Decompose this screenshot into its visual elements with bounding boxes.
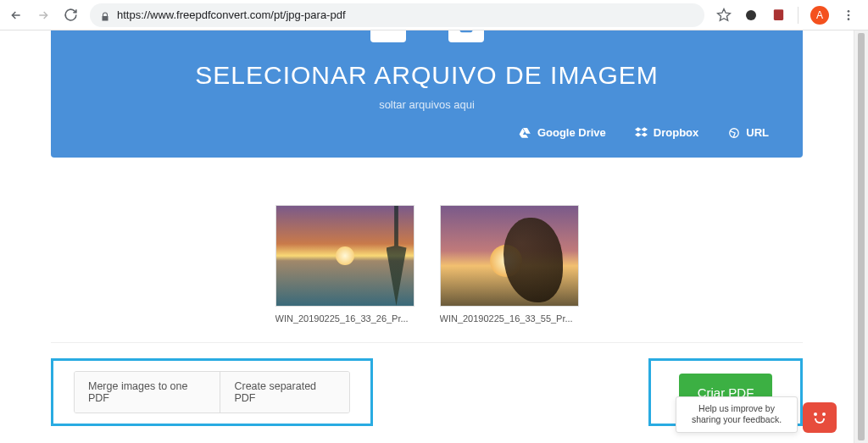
menu-icon[interactable]: [841, 8, 856, 23]
browser-toolbar: https://www.freepdfconvert.com/pt/jpg-pa…: [0, 0, 868, 30]
hero-title: SELECIONAR ARQUIVO DE IMAGEM: [76, 61, 777, 90]
file-name: WIN_20190225_16_33_26_Pr...: [275, 313, 415, 324]
file-list: WIN_20190225_16_33_26_Pr... WIN_20190225…: [0, 205, 854, 324]
back-button[interactable]: [8, 8, 24, 23]
source-url[interactable]: URL: [727, 126, 769, 139]
feedback-tooltip: Help us improve by sharing your feedback…: [676, 396, 798, 433]
extensions-area: A: [716, 6, 860, 25]
vertical-scrollbar[interactable]: [854, 30, 868, 443]
forward-button[interactable]: [36, 8, 51, 23]
svg-point-2: [848, 10, 850, 13]
upload-hero[interactable]: SELECIONAR ARQUIVO DE IMAGEM soltar arqu…: [51, 30, 803, 158]
source-label: URL: [746, 126, 769, 139]
svg-rect-1: [773, 9, 782, 20]
file-thumbnail: [275, 205, 415, 307]
url-text: https://www.freepdfconvert.com/pt/jpg-pa…: [117, 8, 346, 21]
pdf-extension-icon[interactable]: [771, 8, 786, 23]
merge-option-button[interactable]: Merge images to one PDF: [75, 372, 220, 413]
hero-subtitle: soltar arquivos aqui: [76, 98, 777, 111]
file-thumbnail: [440, 205, 579, 307]
svg-point-4: [848, 18, 850, 20]
source-dropbox[interactable]: Dropbox: [635, 126, 698, 139]
address-bar[interactable]: https://www.freepdfconvert.com/pt/jpg-pa…: [90, 3, 704, 27]
reload-button[interactable]: [63, 8, 78, 23]
source-label: Google Drive: [537, 126, 606, 139]
file-type-icon: [448, 30, 484, 42]
image-type-icon: [370, 30, 406, 42]
separate-option-button[interactable]: Create separated PDF: [220, 372, 349, 413]
google-drive-icon: [519, 126, 531, 139]
svg-point-3: [848, 14, 850, 16]
svg-point-0: [746, 10, 756, 20]
file-item[interactable]: WIN_20190225_16_33_26_Pr...: [275, 205, 415, 324]
page-viewport: SELECIONAR ARQUIVO DE IMAGEM soltar arqu…: [0, 30, 854, 443]
source-label: Dropbox: [654, 126, 698, 139]
star-icon[interactable]: [716, 8, 732, 23]
divider: [798, 7, 798, 24]
url-icon: [727, 126, 740, 139]
lock-icon: [100, 10, 110, 20]
dropbox-icon: [635, 126, 648, 139]
hero-icon-row: [76, 30, 777, 42]
source-row: Google Drive Dropbox URL: [76, 126, 777, 139]
profile-avatar[interactable]: A: [810, 6, 829, 25]
smiley-icon: [811, 411, 828, 424]
merge-options-highlight: Merge images to one PDF Create separated…: [51, 358, 373, 426]
file-item[interactable]: WIN_20190225_16_33_55_Pr...: [440, 205, 579, 324]
file-name: WIN_20190225_16_33_55_Pr...: [440, 313, 579, 324]
source-google-drive[interactable]: Google Drive: [519, 126, 606, 139]
merge-toggle-group: Merge images to one PDF Create separated…: [74, 371, 350, 413]
feedback-launcher[interactable]: [803, 402, 837, 433]
extension-icon[interactable]: [743, 8, 759, 23]
